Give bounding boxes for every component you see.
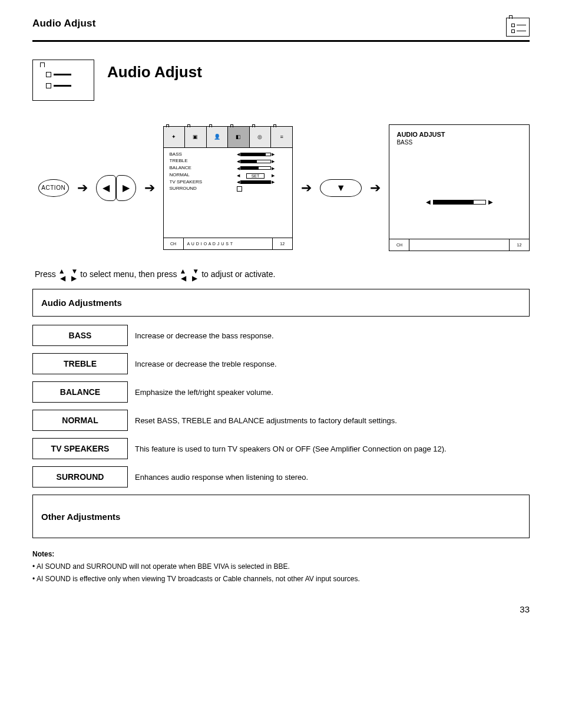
setting-row-tv-speakers: TV SPEAKERS This feature is used to turn…: [32, 438, 530, 459]
dpad-icon: ▲▼ ◀▶: [179, 268, 199, 282]
detail-sub: BASS: [396, 139, 522, 146]
setting-row-normal: NORMAL Reset BASS, TREBLE and BALANCE ad…: [32, 410, 530, 431]
section-header-other: Other Adjustments: [32, 495, 530, 538]
setting-row-bass: BASS Increase or decrease the bass respo…: [32, 325, 530, 346]
menu-body: BASS◀▶ TREBLE◀▶ BALANCE◀▶ NORMAL◀SET▶ TV…: [164, 148, 292, 195]
section-header-audio: Audio Adjustments: [32, 289, 530, 317]
action-button[interactable]: ACTION: [38, 179, 69, 197]
detail-title: AUDIO ADJUST: [396, 131, 522, 138]
notes-block: Notes: • AI SOUND and SURROUND will not …: [32, 549, 530, 584]
banner-title: Audio Adjust: [107, 63, 202, 81]
status-bar: CH A U D I O A D J U S T 12: [164, 238, 292, 249]
status-bar: CH 12: [389, 239, 529, 251]
header-small-icon: [506, 18, 530, 37]
nav-down-button[interactable]: ▼: [320, 179, 362, 197]
tab-4-selected: ◧: [228, 127, 250, 147]
menu-screen: ✦ ▣ 👤 ◧ ◎ ≡ BASS◀▶ TREBLE◀▶ BALANCE◀▶ NO…: [163, 126, 293, 250]
tab-strip: ✦ ▣ 👤 ◧ ◎ ≡: [164, 127, 292, 148]
arrow-right-icon: ➔: [144, 182, 155, 195]
nav-right-button[interactable]: ▶: [116, 175, 136, 201]
dpad-icon: ▲▼ ◀▶: [58, 268, 78, 282]
banner: Audio Adjust: [32, 60, 530, 101]
detail-slider: ◀▶: [396, 199, 522, 205]
detail-screen: AUDIO ADJUST BASS ◀▶ CH 12: [389, 124, 530, 251]
navigation-row: ACTION ➔ ◀ ▶ ➔ ✦ ▣ 👤 ◧ ◎ ≡ BASS◀▶ TREBLE…: [38, 124, 530, 251]
tab-5: ◎: [250, 127, 272, 147]
setting-row-treble: TREBLE Increase or decrease the treble r…: [32, 353, 530, 374]
instruction-line: Press ▲▼ ◀▶ to select menu, then press ▲…: [35, 268, 530, 282]
page-number: 33: [32, 604, 530, 614]
tab-2: ▣: [185, 127, 207, 147]
arrow-right-icon: ➔: [301, 182, 312, 195]
arrow-right-icon: ➔: [370, 182, 381, 195]
setting-row-surround: SURROUND Enhances audio response when li…: [32, 466, 530, 487]
page-header: Audio Adjust: [32, 18, 530, 42]
header-label: Audio Adjust: [32, 18, 96, 29]
tab-1: ✦: [164, 127, 186, 147]
notes-title: Notes:: [32, 549, 530, 559]
setting-row-balance: BALANCE Emphasize the left/right speaker…: [32, 381, 530, 403]
banner-icon: [32, 60, 94, 101]
nav-left-button[interactable]: ◀: [96, 175, 116, 201]
tab-3: 👤: [207, 127, 229, 147]
tab-6: ≡: [271, 127, 292, 147]
arrow-right-icon: ➔: [77, 182, 88, 195]
